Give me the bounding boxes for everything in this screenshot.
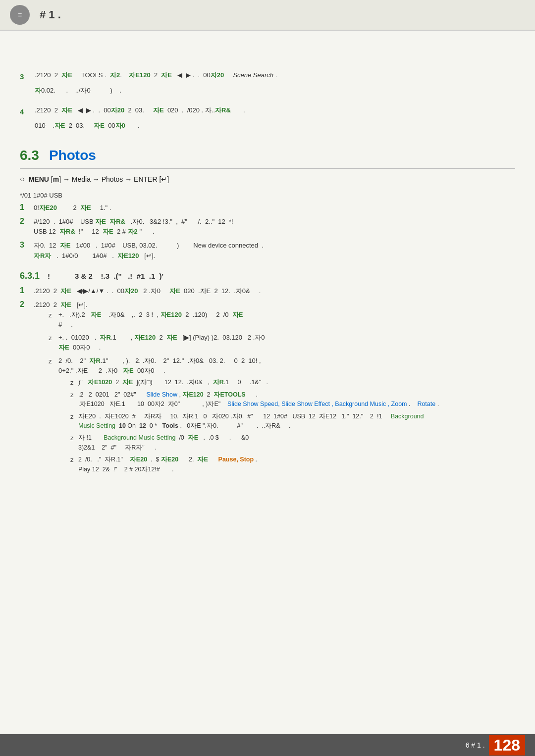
section-3-text2: 자0.02. . ../자0 ) .	[35, 86, 515, 96]
menu-nav-line: ○ MENU [m] → Media → Photos → ENTER [↵]	[20, 175, 515, 184]
section-4-text2: 010 .자E 2 03. 자E 00자0 .	[35, 121, 515, 131]
deeper-item-1: z )" 자E1020 2 자E ](자□) 12 12. .자0& , 자R.…	[70, 378, 515, 388]
deeper-bullet-5: z	[70, 455, 78, 465]
deep-list: z +. .자).2 자E .자0& ,. 2 3 ! , 자E120 2 .1…	[49, 310, 515, 477]
deep-item-z1: z +. .자).2 자E .자0& ,. 2 3 ! , 자E120 2 .1…	[49, 310, 515, 330]
section-4-row1: 4 .2120 2 자E ◀ ▶ . . 00자20 2 03. 자E 020 …	[20, 105, 515, 118]
list-num-2: 2	[20, 217, 34, 226]
section-4-text1: .2120 2 자E ◀ ▶ . . 00자20 2 03. 자E 020 . …	[35, 105, 515, 115]
deeper-item-5: z 2 /0. ." 자R.1" 자E20 . $ 자E20 2. 자E Pau…	[70, 455, 515, 474]
footer-small-text: 6 # 1 .	[466, 741, 485, 749]
page-footer: 6 # 1 . 128	[0, 734, 535, 756]
deep-num-z3: z	[49, 356, 58, 366]
sub-list-num-2: 2	[20, 300, 34, 309]
page-title: # 1 .	[40, 8, 61, 21]
list-item-2: 2 #/120 . 1#0# USB 자E 자R& .자0. 3&2 !3." …	[20, 217, 515, 237]
deep-item-z3: z 2 /0. 2" 자R.1" , ). 2. .자0. 2" 12." .자…	[49, 356, 515, 477]
sub-list-item-1: 1 .2120 2 자E ◀/▶/▲/▼ . . 00자20 2 .자0 자E …	[20, 286, 515, 296]
deeper-bullet-2: z	[70, 390, 78, 400]
main-content: 3 .2120 2 자E TOOLS . 자2. 자E120 2 자E ◀ ▶ …	[0, 31, 535, 494]
deeper-list: z )" 자E1020 2 자E ](자□) 12 12. .자0& , 자R.…	[70, 378, 515, 474]
deeper-text-1: )" 자E1020 2 자E ](자□) 12 12. .자0& , 자R.1 …	[78, 378, 515, 387]
sub-chapter-heading: 6.3.1 ! 3 & 2 !.3 .(" .! #1 .1 )'	[20, 271, 515, 281]
footer-page-info: 6 # 1 . 128	[466, 735, 525, 756]
deep-num-z1: z	[49, 310, 58, 320]
list-num-3: 3	[20, 241, 34, 250]
menu-nav-text: MENU [m] → Media → Photos → ENTER [↵]	[29, 175, 169, 183]
deep-text-z2: +. . 01020 . 자R.1 , 자E120 2 자E [▶] (Play…	[58, 333, 515, 353]
deep-text-z1: +. .자).2 자E .자0& ,. 2 3 ! , 자E120 2 .120…	[58, 310, 515, 330]
asterisk-label: */01 1#0# USB	[20, 192, 515, 199]
deep-text-z3: 2 /0. 2" 자R.1" , ). 2. .자0. 2" 12." .자0&…	[58, 356, 515, 477]
deeper-bullet-3: z	[70, 412, 78, 422]
deeper-bullet-1: z	[70, 378, 78, 388]
deep-num-z2: z	[49, 333, 58, 343]
deeper-text-4: 자 !1 Background Music Setting /0 자E . .0…	[78, 433, 515, 453]
list-text-1: 0!자E20 2 자E 1." .	[34, 203, 515, 213]
header-icon: ≡	[10, 5, 30, 25]
section-4-row2: 010 .자E 2 03. 자E 00자0 .	[20, 121, 515, 133]
section-3-num2	[20, 87, 35, 98]
list-text-2: #/120 . 1#0# USB 자E 자R& .자0. 3&2 !3." , …	[34, 217, 515, 237]
sub-list-item-2: 2 .2120 2 자E [↵]. z +. .자).2 자E .자0& ,. …	[20, 300, 515, 480]
chapter-divider	[20, 168, 515, 169]
asterisk-text: */01 1#0# USB	[20, 192, 62, 199]
section-3-text1: .2120 2 자E TOOLS . 자2. 자E120 2 자E ◀ ▶ . …	[35, 70, 515, 80]
list-item-1: 1 0!자E20 2 자E 1." .	[20, 203, 515, 213]
sub-list-text-2: .2120 2 자E [↵]. z +. .자).2 자E .자0& ,. 2 …	[34, 300, 515, 480]
list-item-3: 3 자0. 12 자E 1#00 . 1#0# USB, 03.02. ) Ne…	[20, 241, 515, 260]
deep-item-z2: z +. . 01020 . 자R.1 , 자E120 2 자E [▶] (Pl…	[49, 333, 515, 353]
chapter-num: 6.3	[20, 148, 39, 163]
chapter-title: Photos	[49, 148, 96, 163]
deeper-text-2: .2 2 0201 2" 02#" Slide Show , 자E120 2 자…	[78, 390, 515, 409]
chapter-heading: 6.3 Photos	[20, 148, 515, 163]
section-3-num: 3	[20, 71, 35, 83]
deeper-item-2: z .2 2 0201 2" 02#" Slide Show , 자E120 2…	[70, 390, 515, 409]
menu-bullet: ○	[20, 175, 25, 184]
section-4-num: 4	[20, 106, 35, 118]
section-4-num2	[20, 122, 35, 133]
footer-page-num: 128	[489, 735, 525, 756]
svg-text:≡: ≡	[18, 11, 22, 19]
deeper-bullet-4: z	[70, 433, 78, 443]
page-header: ≡ # 1 .	[0, 0, 535, 31]
deeper-item-3: z 자E20 . 자E1020 # 자R자 10. 자R.1 0 자020 .자…	[70, 412, 515, 431]
section-3-row1: 3 .2120 2 자E TOOLS . 자2. 자E120 2 자E ◀ ▶ …	[20, 70, 515, 83]
deeper-text-3: 자E20 . 자E1020 # 자R자 10. 자R.1 0 자020 .자0.…	[78, 412, 515, 431]
sub-chapter-title: ! 3 & 2 !.3 .(" .! #1 .1 )'	[48, 272, 163, 280]
section-3-row2: 자0.02. . ../자0 ) .	[20, 86, 515, 98]
sub-chapter-num: 6.3.1	[20, 271, 40, 281]
sub-list-num-1: 1	[20, 286, 34, 295]
deeper-text-5: 2 /0. ." 자R.1" 자E20 . $ 자E20 2. 자E Pause…	[78, 455, 515, 474]
sub-list-text-1: .2120 2 자E ◀/▶/▲/▼ . . 00자20 2 .자0 자E 02…	[34, 286, 515, 296]
list-num-1: 1	[20, 203, 34, 212]
list-text-3: 자0. 12 자E 1#00 . 1#0# USB, 03.02. ) New …	[34, 241, 515, 260]
deeper-item-4: z 자 !1 Background Music Setting /0 자E . …	[70, 433, 515, 453]
